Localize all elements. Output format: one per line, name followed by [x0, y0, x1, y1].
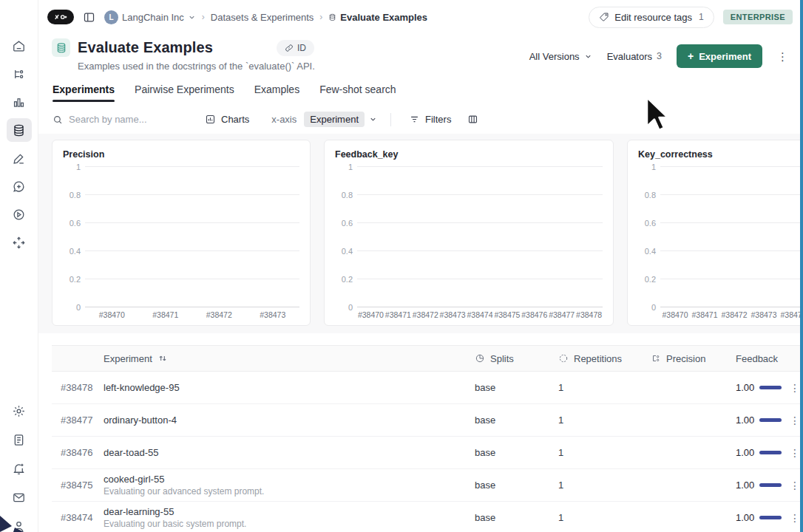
feedback-bar — [759, 418, 782, 422]
tags-count-badge: 1 — [699, 12, 704, 22]
xaxis-selector[interactable]: Experiment — [304, 112, 377, 127]
cell-experiment-id: #38478 — [61, 382, 104, 393]
y-axis-tick: 0.6 — [63, 219, 81, 228]
cell-experiment-name: ordinary-button-4 — [104, 415, 475, 426]
column-header-feedback: Feedback — [736, 353, 784, 364]
bars-layer — [85, 167, 299, 307]
cell-experiment-id: #38474 — [61, 512, 104, 523]
notifications-icon[interactable] — [7, 457, 32, 480]
chart-card-feedback_key: Feedback_key00.20.40.60.81#38470#38471#3… — [324, 140, 614, 326]
filter-icon — [409, 114, 420, 125]
feedback-value: 1.00 — [736, 480, 754, 491]
datasets-icon[interactable] — [7, 118, 32, 142]
enterprise-badge: ENTERPRISE — [723, 10, 793, 24]
all-versions-dropdown[interactable]: All Versions — [529, 51, 592, 62]
x-axis-tick: #38477 — [548, 310, 575, 319]
y-axis-tick: 1 — [638, 163, 656, 171]
experiments-toolbar: Charts x-axis Experiment Filters — [38, 102, 803, 134]
sidebar-top-nav — [7, 34, 32, 254]
y-axis-tick: 0 — [63, 303, 81, 312]
sidebar-toggle-icon[interactable] — [83, 11, 95, 24]
langsmith-logo[interactable] — [47, 10, 74, 24]
cell-feedback: 1.00 — [736, 382, 784, 393]
annotation-queues-icon[interactable] — [7, 174, 32, 198]
bars-layer — [357, 167, 603, 307]
y-axis-tick: 0.8 — [63, 191, 81, 200]
copy-id-button[interactable]: ID — [277, 40, 314, 56]
feedback-bar — [759, 516, 782, 519]
y-axis-tick: 0.4 — [63, 247, 81, 256]
tab-few-shot-search[interactable]: Few-shot search — [319, 83, 396, 102]
new-experiment-button[interactable]: + Experiment — [677, 44, 762, 68]
search-box — [52, 114, 193, 125]
cell-repetitions: 1 — [558, 382, 651, 393]
table-row[interactable]: #38476dear-toad-55base11.00⋮ — [52, 437, 800, 469]
chart-title: Feedback_key — [335, 149, 603, 160]
tag-icon — [599, 12, 609, 22]
playground-icon[interactable] — [7, 202, 32, 226]
table-row[interactable]: #38474dear-learning-55Evaluating our bas… — [52, 502, 800, 532]
deployments-icon[interactable] — [7, 231, 32, 254]
tab-examples[interactable]: Examples — [254, 83, 299, 102]
page-header: Evaluate Examples ID Examples used in th… — [38, 34, 803, 72]
x-axis-labels: #38470#38471#38472#38473#38474#38475 — [660, 310, 803, 319]
precision-metric-icon — [651, 353, 661, 364]
cell-splits: base — [475, 512, 558, 523]
cell-repetitions: 1 — [558, 480, 651, 491]
tab-experiments[interactable]: Experiments — [52, 83, 115, 102]
tracing-projects-icon[interactable] — [7, 62, 32, 86]
tab-pairwise-experiments[interactable]: Pairwise Experiments — [135, 83, 234, 102]
x-axis-tick: #38473 — [246, 310, 300, 319]
evaluators-count-badge: 3 — [657, 51, 662, 61]
org-avatar: L — [104, 10, 118, 24]
column-header-experiment[interactable]: Experiment — [104, 353, 475, 364]
chart-card-precision: Precision00.20.40.60.81#38470#38471#3847… — [52, 140, 311, 326]
x-axis-tick: #38475 — [493, 310, 521, 319]
columns-button[interactable] — [463, 111, 483, 128]
dashboards-icon[interactable] — [7, 90, 32, 114]
home-icon[interactable] — [7, 34, 32, 58]
table-row[interactable]: #38475cooked-girl-55Evaluating our advan… — [52, 469, 800, 502]
xaxis-label: x-axis — [271, 114, 297, 125]
x-axis-tick: #38471 — [384, 310, 412, 319]
evaluators-button[interactable]: Evaluators 3 — [607, 51, 662, 62]
x-axis-tick: #38470 — [357, 310, 384, 319]
breadcrumb-section[interactable]: Datasets & Experiments — [211, 12, 314, 23]
breadcrumb-org[interactable]: L LangChain Inc — [104, 10, 196, 24]
cell-splits: base — [475, 447, 558, 458]
x-axis-tick: #38472 — [412, 310, 439, 319]
page-title: Evaluate Examples — [78, 39, 213, 56]
table-row[interactable]: #38477ordinary-button-4base11.00⋮ — [52, 404, 800, 437]
edit-resource-tags-button[interactable]: Edit resource tags 1 — [589, 7, 714, 28]
feedback-mail-icon[interactable] — [7, 485, 32, 509]
chart-plot: 00.20.40.60.81 — [85, 167, 299, 307]
x-axis-tick: #38471 — [690, 310, 719, 319]
column-header-splits: Splits — [475, 353, 558, 364]
table-row[interactable]: #38478left-knowledge-95base11.00⋮ — [52, 372, 800, 404]
x-axis-tick: #38470 — [660, 310, 690, 319]
y-axis-tick: 0.8 — [638, 191, 656, 200]
x-axis-tick: #38476 — [521, 310, 548, 319]
toolbar-divider — [390, 113, 391, 126]
chart-title: Precision — [63, 149, 299, 160]
y-axis-tick: 1 — [335, 163, 353, 171]
charts-toggle-button[interactable]: Charts — [200, 111, 254, 128]
breadcrumb-page[interactable]: Evaluate Examples — [328, 12, 427, 23]
cell-experiment-name: dear-learning-55Evaluating our basic sys… — [104, 506, 475, 529]
chart-plot: 00.20.40.60.81 — [660, 167, 803, 307]
x-axis-tick: #38473 — [749, 310, 779, 319]
x-axis-tick: #38472 — [719, 310, 749, 319]
docs-icon[interactable] — [7, 428, 32, 451]
columns-icon — [467, 114, 478, 125]
header-kebab-menu[interactable]: ⋮ — [777, 51, 788, 62]
filters-button[interactable]: Filters — [404, 111, 455, 128]
cell-experiment-id: #38477 — [61, 415, 104, 426]
search-input[interactable] — [69, 114, 172, 125]
corner-artifact — [0, 514, 25, 532]
prompts-icon[interactable] — [7, 146, 32, 170]
table-body: #38478left-knowledge-95base11.00⋮#38477o… — [52, 372, 800, 532]
settings-icon[interactable] — [7, 399, 32, 423]
y-axis-tick: 0.2 — [638, 275, 656, 284]
cell-experiment-id: #38475 — [61, 480, 104, 491]
x-axis-labels: #38470#38471#38472#38473#38474#38475#384… — [357, 310, 603, 319]
